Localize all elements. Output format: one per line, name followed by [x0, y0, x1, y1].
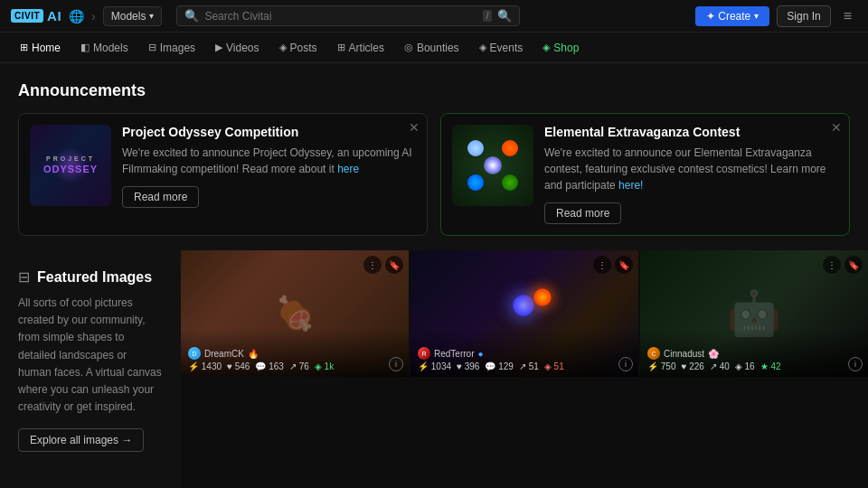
mage-stat-buzz: ◈ 51 [544, 361, 564, 371]
food-stat-views: ⚡ 1430 [188, 361, 222, 371]
articles-icon: ⊞ [337, 42, 345, 53]
image-card-mage[interactable]: ⋮ 🔖 R RedTerror ● ⚡ 1034 ♥ 396 💬 129 [410, 250, 638, 377]
robot-more-button[interactable]: ⋮ [823, 256, 841, 274]
nav-articles-label: Articles [349, 42, 384, 54]
dropdown-chevron: ▾ [149, 11, 154, 21]
robot-overlay: C Cinnadust 🌸 ⚡ 750 ♥ 226 ↗ 40 ◈ 16 ★ 42 [640, 329, 868, 377]
mage-user-avatar: R [418, 347, 430, 360]
language-icon[interactable]: 🌐 [69, 9, 84, 23]
search-input[interactable] [204, 10, 476, 23]
robot-stat-buzz: ★ 42 [760, 361, 781, 371]
water-orb [467, 174, 484, 191]
image-card-food[interactable]: 🍖 ⋮ 🔖 D DreamCK 🔥 ⚡ 1430 ♥ 546 [181, 250, 409, 377]
odyssey-body: We're excited to announce Project Odysse… [122, 145, 416, 177]
posts-icon: ◈ [279, 42, 287, 53]
nav-images-label: Images [160, 42, 195, 54]
odyssey-read-more-button[interactable]: Read more [122, 186, 199, 208]
mage-save-button[interactable]: 🔖 [615, 256, 633, 274]
nav-actions: ✦ Create ▾ Sign In ≡ [695, 5, 857, 27]
mage-more-button[interactable]: ⋮ [593, 256, 611, 274]
create-chevron: ▾ [754, 11, 759, 21]
logo-text: AI [47, 8, 61, 23]
nav-item-home[interactable]: ⊞ Home [11, 38, 70, 58]
featured-section-icon: ⊟ [18, 268, 30, 286]
search-icon: 🔍 [184, 9, 199, 23]
food-stat-shares: ↗ 76 [289, 361, 309, 371]
robot-info-button[interactable]: i [848, 357, 863, 371]
food-overlay: D DreamCK 🔥 ⚡ 1430 ♥ 546 💬 163 ↗ 76 ◈ 1k [181, 329, 409, 377]
mage-username: RedTerror [434, 349, 474, 359]
mage-top-actions: ⋮ 🔖 [593, 256, 633, 274]
nav-item-videos[interactable]: ▶ Videos [206, 38, 268, 58]
food-more-button[interactable]: ⋮ [363, 256, 382, 274]
announcements-title: Announcements [18, 81, 850, 100]
odyssey-link[interactable]: here [337, 163, 359, 175]
food-save-button[interactable]: 🔖 [385, 256, 403, 274]
nav-item-models[interactable]: ◧ Models [71, 38, 137, 58]
elemental-link[interactable]: here! [618, 179, 643, 192]
models-icon: ◧ [80, 42, 90, 53]
featured-title: Featured Images [37, 269, 152, 286]
orb-center [484, 156, 502, 174]
odyssey-close-button[interactable]: ✕ [409, 121, 420, 134]
shop-icon: ◈ [542, 42, 550, 53]
events-icon: ◈ [479, 42, 486, 53]
mage-stat-shares: ↗ 51 [519, 361, 539, 371]
announcements-section: Announcements PROJECT ODYSSEY Project Od… [0, 63, 868, 250]
robot-stat-collect: ◈ 16 [735, 361, 755, 371]
models-label: Models [111, 10, 146, 23]
food-stat-buzz: ◈ 1k [315, 361, 334, 371]
nav-item-bounties[interactable]: ◎ Bounties [395, 38, 468, 58]
mage-stat-likes: ♥ 396 [457, 361, 479, 371]
elemental-body: We're excited to announce our Elemental … [544, 145, 838, 193]
mage-info-button[interactable]: i [618, 357, 633, 371]
search-slash: / [483, 10, 493, 22]
explore-all-images-button[interactable]: Explore all images → [18, 428, 144, 452]
nav-item-events[interactable]: ◈ Events [470, 38, 533, 58]
nav-events-label: Events [490, 42, 524, 54]
nav-item-images[interactable]: ⊟ Images [139, 38, 204, 58]
robot-stat-likes: ♥ 226 [681, 361, 703, 371]
featured-description: All sorts of cool pictures created by ou… [18, 295, 163, 416]
robot-stat-shares: ↗ 40 [710, 361, 730, 371]
hamburger-menu-icon[interactable]: ≡ [838, 6, 857, 26]
fire-orb [502, 140, 518, 156]
robot-save-button[interactable]: 🔖 [844, 256, 863, 274]
mage-badge: ● [477, 349, 483, 359]
bounties-icon: ◎ [404, 42, 413, 53]
elemental-read-more-button[interactable]: Read more [544, 202, 621, 224]
elemental-close-button[interactable]: ✕ [831, 121, 842, 134]
nav-models-label: Models [93, 42, 128, 54]
nav-chevron: › [91, 9, 96, 23]
odyssey-content: Project Odyssey Competition We're excite… [122, 125, 416, 208]
images-icon: ⊟ [148, 42, 156, 53]
image-card-robot[interactable]: 🤖 ⋮ 🔖 C Cinnadust 🌸 ⚡ 750 ♥ 226 [640, 250, 868, 377]
food-stat-comments: 💬 163 [255, 361, 283, 371]
nav-item-posts[interactable]: ◈ Posts [270, 38, 326, 58]
food-info-button[interactable]: i [389, 357, 403, 371]
nav-item-shop[interactable]: ◈ Shop [533, 38, 588, 58]
nav-shop-label: Shop [553, 42, 579, 54]
videos-icon: ▶ [215, 42, 222, 53]
main-content: Announcements PROJECT ODYSSEY Project Od… [0, 63, 868, 488]
robot-username: Cinnadust [664, 349, 704, 359]
top-navigation: CIVIT AI 🌐 › Models ▾ 🔍 / 🔍 ✦ Create ▾ S… [0, 0, 868, 33]
logo[interactable]: CIVIT AI [11, 8, 61, 23]
nav-item-articles[interactable]: ⊞ Articles [328, 38, 393, 58]
nav-bounties-label: Bounties [417, 42, 459, 54]
sign-in-button[interactable]: Sign In [777, 5, 830, 27]
odyssey-image: PROJECT ODYSSEY [30, 125, 111, 206]
food-username: DreamCK [204, 349, 244, 359]
featured-info-panel: ⊟ Featured Images All sorts of cool pict… [0, 250, 181, 488]
food-user-avatar: D [188, 347, 201, 360]
earth-orb [502, 174, 518, 191]
models-dropdown[interactable]: Models ▾ [103, 6, 163, 26]
food-badge: 🔥 [248, 349, 259, 359]
search-submit-icon[interactable]: 🔍 [497, 9, 512, 23]
featured-info-header: ⊟ Featured Images [18, 268, 163, 286]
air-orb [467, 140, 484, 156]
create-button[interactable]: ✦ Create ▾ [695, 6, 769, 26]
robot-user: C Cinnadust 🌸 [647, 347, 861, 360]
food-stat-likes: ♥ 546 [227, 361, 250, 371]
mage-overlay: R RedTerror ● ⚡ 1034 ♥ 396 💬 129 ↗ 51 ◈ … [410, 329, 638, 377]
